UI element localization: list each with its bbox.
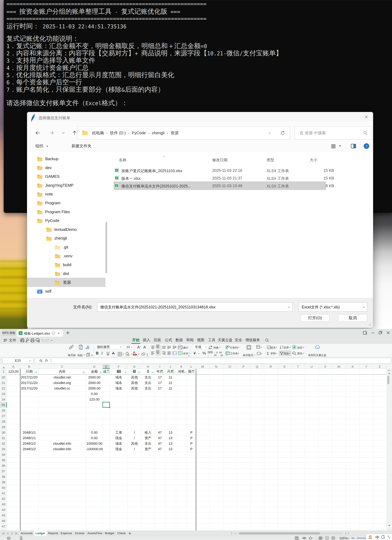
spreadsheet-grid[interactable]: ABCDEFGHIJKLMNOPQRSTUVWXYZ12021222324252… bbox=[0, 365, 387, 530]
cell-J30[interactable]: 13 bbox=[165, 430, 176, 435]
hscroll-right-split[interactable] bbox=[348, 532, 349, 535]
file-column-header[interactable]: 类型 bbox=[267, 157, 274, 162]
ribbon-icon[interactable] bbox=[225, 345, 230, 350]
export-pdf-icon[interactable] bbox=[25, 338, 30, 343]
refresh-icon[interactable] bbox=[280, 130, 285, 136]
row-header-22[interactable]: 22 bbox=[0, 386, 7, 391]
dialog-titlebar[interactable]: 选择微信支付账单 bbox=[27, 112, 373, 122]
column-header-C[interactable]: C bbox=[39, 365, 86, 369]
filetype-select[interactable]: Excel文件 (*.xlsx;*.xls) bbox=[299, 302, 367, 312]
search-input[interactable]: 在 资源 中搜索 bbox=[295, 127, 372, 139]
selection-handle[interactable] bbox=[109, 407, 110, 408]
ime-logo[interactable]: S bbox=[368, 534, 372, 540]
dropdown-caret-icon[interactable] bbox=[289, 346, 291, 348]
filter-button-K[interactable] bbox=[183, 371, 186, 374]
ime-punct-icon[interactable] bbox=[387, 535, 391, 539]
sheet-tab-income[interactable]: Income bbox=[73, 531, 86, 536]
menu-tab-8[interactable]: 天翼云盘 bbox=[217, 337, 233, 344]
selection-locator-icon[interactable] bbox=[309, 536, 313, 540]
row-header-47[interactable]: 47 bbox=[0, 524, 7, 529]
row-header-33[interactable]: 33 bbox=[0, 446, 7, 452]
bold-button[interactable]: B bbox=[96, 351, 99, 355]
cell-G22[interactable]: 其他 bbox=[127, 386, 141, 391]
close-icon[interactable] bbox=[363, 114, 369, 120]
row-header-23[interactable]: 23 bbox=[0, 391, 7, 396]
normal-view-button[interactable] bbox=[318, 536, 323, 540]
print-preview-icon[interactable] bbox=[35, 338, 40, 343]
maximize-icon[interactable] bbox=[378, 330, 383, 335]
ribbon-icon[interactable] bbox=[156, 345, 160, 348]
cell-I22[interactable]: 17 bbox=[155, 386, 165, 391]
column-header-W[interactable]: W bbox=[332, 365, 346, 369]
rows-cols-button[interactable]: 行和列 bbox=[230, 346, 238, 350]
column-header-G[interactable]: G bbox=[127, 365, 141, 369]
selected-cell[interactable] bbox=[103, 402, 110, 408]
cell-B33[interactable]: 2048/1/2 bbox=[20, 446, 39, 452]
cell-J33[interactable]: 13 bbox=[165, 446, 176, 452]
ribbon-icon[interactable] bbox=[92, 355, 93, 356]
cell-I21[interactable]: 17 bbox=[155, 380, 165, 386]
ime-lang[interactable]: 中 bbox=[375, 535, 379, 540]
sheet-tab-ledger[interactable]: Ledger bbox=[34, 531, 47, 536]
row-header-35[interactable]: 35 bbox=[0, 457, 7, 463]
tree-scrollbar[interactable] bbox=[106, 222, 107, 273]
page-layout-icon[interactable] bbox=[325, 536, 329, 540]
doc-sync-icon[interactable] bbox=[52, 331, 55, 335]
row-header-36[interactable]: 36 bbox=[0, 463, 7, 468]
cell-C33[interactable]: cloudlet.info bbox=[39, 446, 86, 452]
scroll-up-icon[interactable] bbox=[388, 372, 391, 374]
address-dropdown-icon[interactable] bbox=[268, 132, 271, 135]
cell-J31[interactable]: 13 bbox=[165, 435, 176, 441]
cell-H33[interactable]: 资产 bbox=[141, 446, 155, 452]
column-header-U[interactable]: U bbox=[305, 365, 318, 369]
column-header-F[interactable]: F bbox=[110, 365, 127, 369]
column-header-D[interactable]: D bbox=[86, 365, 103, 369]
breadcrumb-item[interactable]: 此电脑 bbox=[92, 130, 104, 135]
cell-J32[interactable]: 13 bbox=[165, 441, 176, 446]
cell-G21[interactable]: 其他 bbox=[127, 380, 141, 386]
row-header-34[interactable]: 34 bbox=[0, 452, 7, 457]
cell-D33[interactable]: -100000.00 bbox=[86, 446, 103, 452]
ribbon-icon[interactable] bbox=[69, 345, 74, 350]
scroll-down-icon[interactable] bbox=[388, 525, 391, 527]
hscroll-left-split[interactable] bbox=[231, 532, 232, 535]
vscroll-thumb[interactable] bbox=[387, 376, 389, 384]
ribbon-icon[interactable] bbox=[292, 345, 297, 350]
tree-item-[interactable]: 资源 bbox=[55, 278, 71, 287]
row-header-45[interactable]: 45 bbox=[0, 513, 7, 518]
ribbon-icon[interactable] bbox=[225, 351, 230, 355]
add-sheet-icon[interactable] bbox=[128, 532, 131, 535]
cell-C32[interactable]: cloudlet.info bbox=[39, 441, 86, 446]
column-header-A[interactable]: A bbox=[7, 365, 20, 369]
strikethrough-button[interactable]: A bbox=[112, 351, 115, 355]
filter-button-G[interactable] bbox=[138, 371, 140, 374]
cell-D30[interactable]: 0.00 bbox=[86, 430, 103, 435]
column-header-V[interactable]: V bbox=[318, 365, 332, 369]
cell-C21[interactable]: cloudlet.org bbox=[39, 380, 86, 386]
cell-L32[interactable]: P bbox=[187, 441, 196, 446]
ribbon-icon[interactable] bbox=[188, 355, 190, 356]
cell-F31[interactable]: 现金 bbox=[110, 435, 127, 441]
filter-button-L[interactable] bbox=[192, 371, 195, 374]
cell-D24[interactable]: 123.00 bbox=[86, 397, 103, 402]
filename-input[interactable]: 微信支付账单流水文件(20251021-20251102)_2025110313… bbox=[97, 302, 293, 312]
tree-item-git[interactable]: .git bbox=[55, 243, 68, 251]
print-icon[interactable] bbox=[30, 338, 35, 343]
tree-item-program[interactable]: Program bbox=[37, 199, 60, 207]
zoom-level[interactable]: 100% bbox=[339, 536, 348, 540]
ribbon-icon[interactable] bbox=[162, 345, 166, 349]
ribbon-icon[interactable] bbox=[292, 351, 296, 355]
view-list-icon[interactable] bbox=[331, 144, 336, 149]
menu-tab-10[interactable]: 增值服务 bbox=[245, 337, 261, 344]
back-icon[interactable] bbox=[35, 130, 41, 136]
forward-icon[interactable] bbox=[49, 130, 54, 136]
row-header-25[interactable]: 25 bbox=[0, 402, 7, 408]
cell-H21[interactable]: 支出 bbox=[141, 380, 155, 386]
increase-font-button[interactable]: A+ bbox=[137, 345, 141, 350]
address-bar[interactable]: 此电脑›软件 (D:)›PyCode›zhengli›资源 bbox=[77, 127, 290, 139]
grid-body[interactable]: 123.00日期内容金额成员ⅢⅡⅠ年度月度对账预算 2017/11/20clou… bbox=[7, 369, 387, 530]
cell-C1[interactable]: 内容 bbox=[39, 369, 86, 374]
decrease-font-button[interactable]: A− bbox=[143, 345, 147, 350]
column-header-J[interactable]: J bbox=[165, 365, 176, 369]
dropdown-caret-icon[interactable] bbox=[261, 353, 262, 355]
